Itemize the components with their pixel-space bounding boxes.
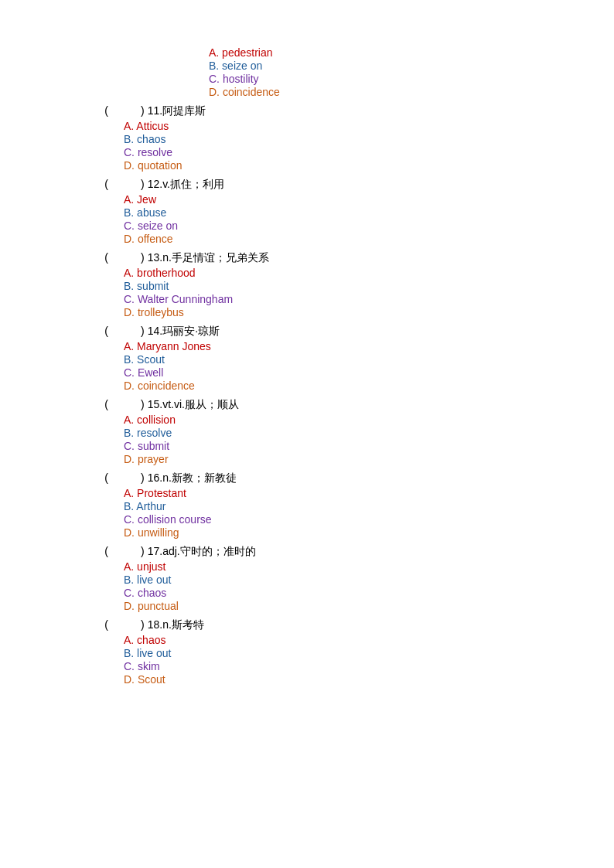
option-item: A. Maryann Jones: [124, 340, 614, 352]
option-item: C. resolve: [124, 146, 614, 158]
option-item: D. coincidence: [124, 380, 614, 392]
answer-blank: [110, 325, 141, 337]
question-block-11: ( )11.阿提库斯A. AtticusB. chaosC. resolveD.…: [85, 104, 614, 172]
bracket-left: (: [85, 545, 108, 557]
answer-blank: [110, 178, 141, 190]
question-label-14: 14.玛丽安·琼斯: [148, 325, 220, 339]
bracket-right: ): [141, 471, 145, 484]
option-item: A. Jew: [124, 193, 614, 206]
option-item: D. unwilling: [124, 526, 614, 539]
question-block-17: ( )17.adj.守时的；准时的A. unjustB. live outC. …: [85, 545, 614, 612]
option-item: B. Scout: [124, 353, 614, 366]
bracket-left: (: [85, 618, 108, 631]
top-option-item: C. hostility: [209, 73, 614, 85]
question-block-12: ( )12.v.抓住；利用A. JewB. abuseC. seize onD.…: [85, 178, 614, 245]
option-item: C. chaos: [124, 587, 614, 599]
question-block-18: ( )18.n.斯考特A. chaosB. live outC. skimD. …: [85, 618, 614, 686]
options-list-15: A. collisionB. resolveC. submitD. prayer: [124, 414, 614, 465]
option-item: B. live out: [124, 574, 614, 586]
bracket-right: ): [141, 398, 145, 410]
option-item: A. collision: [124, 414, 614, 426]
option-item: A. Protestant: [124, 487, 614, 499]
bracket-left: (: [85, 398, 108, 410]
question-label-13: 13.n.手足情谊；兄弟关系: [148, 251, 269, 265]
top-option-item: B. seize on: [209, 60, 614, 72]
question-row-15: ( )15.vt.vi.服从；顺从: [85, 398, 614, 412]
option-item: C. collision course: [124, 513, 614, 526]
option-item: A. Atticus: [124, 120, 614, 132]
option-item: A. brotherhood: [124, 267, 614, 279]
question-label-15: 15.vt.vi.服从；顺从: [148, 398, 239, 412]
answer-blank: [110, 471, 141, 484]
option-item: B. abuse: [124, 206, 614, 219]
question-row-14: ( )14.玛丽安·琼斯: [85, 325, 614, 339]
option-item: A. chaos: [124, 634, 614, 646]
answer-blank: [110, 104, 141, 117]
options-list-13: A. brotherhoodB. submitC. Walter Cunning…: [124, 267, 614, 318]
option-item: B. live out: [124, 647, 614, 659]
option-item: C. Ewell: [124, 366, 614, 379]
option-item: B. Arthur: [124, 500, 614, 512]
option-item: D. quotation: [124, 159, 614, 172]
question-row-18: ( )18.n.斯考特: [85, 618, 614, 632]
options-list-18: A. chaosB. live outC. skimD. Scout: [124, 634, 614, 686]
bracket-right: ): [141, 251, 145, 264]
option-item: D. trolleybus: [124, 306, 614, 318]
question-label-12: 12.v.抓住；利用: [148, 178, 224, 192]
question-block-16: ( )16.n.新教；新教徒A. ProtestantB. ArthurC. c…: [85, 471, 614, 539]
option-item: C. skim: [124, 660, 614, 672]
question-label-18: 18.n.斯考特: [148, 618, 204, 632]
bracket-left: (: [85, 104, 108, 117]
question-label-11: 11.阿提库斯: [148, 104, 206, 118]
answer-blank: [110, 545, 141, 557]
options-list-12: A. JewB. abuseC. seize onD. offence: [124, 193, 614, 245]
quiz-container: A. pedestrianB. seize onC. hostilityD. c…: [0, 46, 614, 686]
bracket-right: ): [141, 545, 145, 557]
question-block-13: ( )13.n.手足情谊；兄弟关系A. brotherhoodB. submit…: [85, 251, 614, 318]
bracket-left: (: [85, 325, 108, 337]
bracket-left: (: [85, 251, 108, 264]
option-item: C. seize on: [124, 220, 614, 232]
question-row-16: ( )16.n.新教；新教徒: [85, 471, 614, 485]
option-item: D. punctual: [124, 600, 614, 612]
question-block-15: ( )15.vt.vi.服从；顺从A. collisionB. resolveC…: [85, 398, 614, 465]
bracket-right: ): [141, 325, 145, 337]
answer-blank: [110, 618, 141, 631]
bracket-right: ): [141, 618, 145, 631]
options-list-17: A. unjustB. live outC. chaosD. punctual: [124, 560, 614, 612]
answer-blank: [110, 251, 141, 264]
option-item: B. resolve: [124, 427, 614, 439]
option-item: D. Scout: [124, 673, 614, 686]
options-list-16: A. ProtestantB. ArthurC. collision cours…: [124, 487, 614, 539]
question-row-11: ( )11.阿提库斯: [85, 104, 614, 118]
bracket-right: ): [141, 104, 145, 117]
bracket-right: ): [141, 178, 145, 190]
option-item: C. Walter Cunningham: [124, 293, 614, 305]
questions-wrapper: ( )11.阿提库斯A. AtticusB. chaosC. resolveD.…: [85, 104, 614, 686]
answer-blank: [110, 398, 141, 410]
option-item: B. submit: [124, 280, 614, 292]
option-item: D. offence: [124, 233, 614, 245]
question-row-13: ( )13.n.手足情谊；兄弟关系: [85, 251, 614, 265]
top-option-item: D. coincidence: [209, 86, 614, 98]
question-row-17: ( )17.adj.守时的；准时的: [85, 545, 614, 559]
question-label-17: 17.adj.守时的；准时的: [148, 545, 256, 559]
top-option-item: A. pedestrian: [209, 46, 614, 59]
options-list-11: A. AtticusB. chaosC. resolveD. quotation: [124, 120, 614, 172]
bracket-left: (: [85, 178, 108, 190]
question-label-16: 16.n.新教；新教徒: [148, 471, 237, 485]
question-block-14: ( )14.玛丽安·琼斯A. Maryann JonesB. ScoutC. E…: [85, 325, 614, 392]
option-item: B. chaos: [124, 133, 614, 145]
option-item: D. prayer: [124, 453, 614, 465]
option-item: C. submit: [124, 440, 614, 452]
question-row-12: ( )12.v.抓住；利用: [85, 178, 614, 192]
top-options-list: A. pedestrianB. seize onC. hostilityD. c…: [209, 46, 614, 98]
bracket-left: (: [85, 471, 108, 484]
option-item: A. unjust: [124, 560, 614, 573]
options-list-14: A. Maryann JonesB. ScoutC. EwellD. coinc…: [124, 340, 614, 392]
